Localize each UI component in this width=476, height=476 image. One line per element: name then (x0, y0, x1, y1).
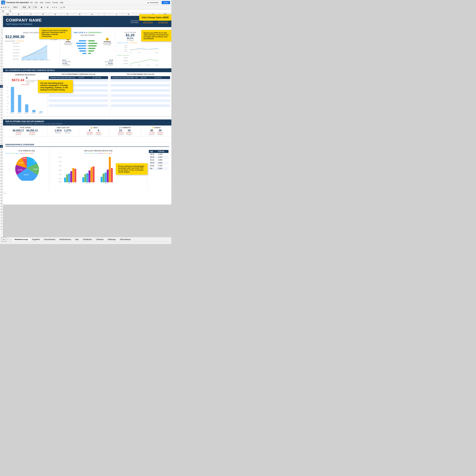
menu-charts[interactable]: Charts (45, 1, 50, 3)
last-period-end: 02/28/2019 (158, 22, 169, 24)
tab-dashboard-copy[interactable]: Dashboard (copy) (12, 238, 30, 241)
cell-reference[interactable] (1, 10, 9, 13)
pie-legend: ■ 18-24 ■ 25-34 ■ 35-44 ■ 45-54 ■ 55-64 … (6, 153, 48, 154)
menu-edit[interactable]: Edit (35, 1, 38, 3)
strikethrough-button[interactable]: S (47, 6, 49, 9)
relevance-title: CAMPAIGN RELEVANCE (5, 74, 45, 76)
bold-button[interactable]: B (40, 6, 43, 9)
demo-table-ctr-header: CTR (thi... (157, 150, 169, 153)
svg-rect-59 (25, 104, 28, 112)
svg-rect-81 (66, 174, 68, 182)
align-right-icon[interactable]: ≡ (56, 6, 57, 8)
comments-icon: 💬 (119, 127, 121, 129)
svg-text:2.5: 2.5 (7, 96, 9, 98)
total-spend-metric: TOTAL SPEND $6,939.17 -67.54% facebook $… (3, 125, 48, 136)
svg-text:$150.00: $150.00 (124, 60, 128, 61)
svg-rect-88 (86, 173, 88, 182)
svg-text:Mar-07: Mar-07 (21, 59, 25, 60)
tab-wow-dashboard[interactable]: WoWDashboard (57, 238, 73, 241)
tab-daily[interactable]: Daily (73, 238, 81, 241)
svg-rect-30 (88, 45, 97, 47)
dollar-icon: $ (1, 6, 2, 8)
add-sheet-button[interactable]: + (1, 237, 6, 242)
tab-utm-report[interactable]: UTMreport (94, 238, 106, 241)
link-ctr-metric: LINK CLICK CTR 1.81% facebook 1.27% inst… (48, 125, 79, 136)
row-5: 5 (0, 28, 3, 31)
menu-format[interactable]: Format (52, 1, 58, 3)
row-25: 25 (0, 85, 3, 88)
svg-rect-26 (80, 50, 86, 51)
svg-text:24.85%: 24.85% (33, 168, 38, 170)
svg-text:0: 0 (7, 112, 8, 113)
sheet-nav-right[interactable]: ▷ (9, 238, 12, 240)
italic-button[interactable]: I (44, 6, 46, 9)
top15-title: TOP 15 PERFORMING CAMPAIGNS (This pd) (49, 73, 108, 75)
svg-rect-96 (109, 157, 111, 182)
row-24: 24 (0, 82, 3, 85)
menu-view[interactable]: View (40, 1, 43, 3)
row-23: 23 (0, 79, 3, 82)
tab-2019-monthly[interactable]: 2019Monthly (81, 238, 94, 241)
svg-rect-61 (39, 112, 43, 112)
svg-text:$12,000.00: $12,000.00 (13, 46, 20, 47)
tab-exec-dashboard[interactable]: ExecDashboard (42, 238, 57, 241)
share-button[interactable]: Share (162, 1, 170, 4)
spacer-row-45 (3, 117, 171, 119)
women-conversion: 47.00% (56) (101, 44, 114, 45)
tab-target-kpis[interactable]: TargetKPIs (30, 238, 42, 241)
more-icon[interactable]: ≫ (63, 6, 65, 8)
row-51: 51 (0, 159, 3, 162)
link-click-callout: Check if Link click % correlates with be… (39, 28, 71, 39)
svg-rect-93 (103, 174, 104, 182)
table-row (49, 102, 108, 104)
row-15: 15 (0, 56, 3, 59)
tab-fb-manager[interactable]: FbManager (106, 238, 118, 241)
top-bar: Facebook Ads Specialist File Edit View C… (0, 0, 171, 5)
align-center-icon[interactable]: ≡ (54, 6, 55, 8)
formula-input[interactable] (12, 10, 170, 12)
menu-file[interactable]: File (30, 1, 33, 3)
font-size-selector[interactable]: 11 (32, 6, 37, 9)
row-bottom-space (0, 231, 3, 237)
shares-values: 30 -77.10% facebook 39 -53.01% instagram (142, 129, 170, 135)
font-selector[interactable]: Arial (21, 6, 31, 9)
demo-table-cell: 18-24 (149, 153, 157, 156)
spacer-rows-3-4 (3, 27, 171, 30)
link-ctr-label: LINK CLICK CTR (50, 127, 76, 129)
tab-fb-posts-report[interactable]: FBPostsReport (118, 238, 133, 241)
horizontal-scrollbar[interactable] (0, 242, 171, 244)
svg-text:Mar-14: Mar-14 (86, 183, 90, 184)
kpi-chart2-legend: ■ Avg $ / Conversion (118, 55, 170, 56)
demographics-callout: Ensure spend per demographic correlates … (116, 163, 148, 175)
bar-legend: ■ 18-24 ■ 25-34 ■ 35-44 ■ 45-54 ■ 55-64 … (50, 153, 146, 154)
pie-title: % OF SPEND BY AGE (6, 150, 48, 152)
avg-conversion-chart: $200.00 $150.00 $100.00 Mar-07 Mar-14 Ma… (118, 56, 170, 66)
spacer-rows-51-52 (3, 137, 171, 142)
align-left-icon[interactable]: ≡ (52, 6, 53, 8)
svg-text:2.50%: 2.50% (59, 165, 62, 167)
row-63: 63 (0, 194, 3, 196)
row-62: 62 (0, 191, 3, 194)
sheet-nav-left[interactable]: ◁ (6, 238, 9, 240)
svg-text:65+: 65+ (85, 53, 87, 54)
kpi-charts: ■ Avg $ / Link Click ■ Benchmark $1.60 $… (118, 42, 170, 67)
row-20: 20 (0, 71, 3, 74)
row-numbers: 1 2 3 4 5 6 7 8 9 10 11 12 13 14 15 16 1… (0, 13, 3, 237)
text-dropdown[interactable]: Text ▾ (13, 6, 18, 8)
chart-icon[interactable]: 📊 (60, 6, 62, 8)
row-42: 42 (0, 134, 3, 136)
svg-rect-87 (85, 174, 86, 182)
connectors-button[interactable]: ☁ Connectors (146, 1, 160, 4)
svg-text:3: 3 (7, 93, 8, 94)
bottom-spacer: 66 (3, 192, 171, 204)
row-29: 29 (0, 97, 3, 99)
svg-text:Mar-21: Mar-21 (147, 65, 150, 66)
kpi-summary-title: PER PLATFORM; PAID ADS KPI SUMMARY (5, 120, 169, 123)
row-22: 22 (0, 76, 3, 79)
menu-help[interactable]: Help (60, 1, 64, 3)
demo-table-cell: 1.14% (157, 156, 169, 159)
shares-metric: ⭐ SHARES 30 -77.10% facebook 39 -53.01% … (141, 125, 171, 136)
row-70: 70 (0, 214, 3, 216)
svg-rect-82 (68, 174, 70, 182)
svg-rect-83 (70, 171, 72, 182)
